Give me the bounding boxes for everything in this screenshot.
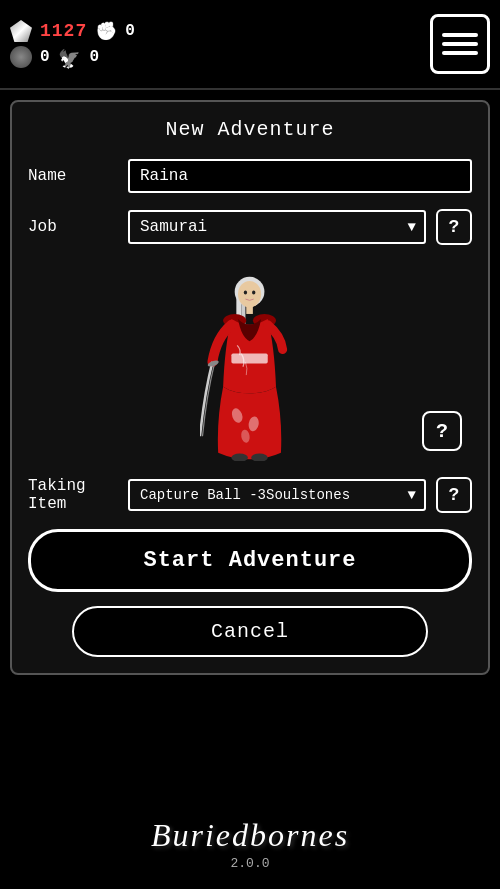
taking-item-select[interactable]: Capture Ball -3Soulstones None Potion -1… [128, 479, 426, 511]
job-select-wrapper: Samurai Warrior Mage Rogue Cleric ▼ [128, 210, 426, 244]
job-label: Job [28, 218, 118, 236]
new-adventure-dialog: New Adventure Name Job Samurai Warrior M… [10, 100, 490, 675]
game-version: 2.0.0 [0, 856, 500, 871]
cancel-button[interactable]: Cancel [72, 606, 427, 657]
hud-row-coin: 0 0 [10, 46, 135, 68]
taking-item-row: Taking Item Capture Ball -3Soulstones No… [28, 477, 472, 513]
hand-icon [95, 20, 117, 42]
taking-item-help-button[interactable]: ? [436, 477, 472, 513]
crystal-count: 1127 [40, 21, 87, 41]
job-row: Job Samurai Warrior Mage Rogue Cleric ▼ … [28, 209, 472, 245]
menu-icon-line3 [442, 51, 478, 55]
svg-rect-9 [232, 354, 268, 364]
hud-bar: 1127 0 0 0 [0, 0, 500, 90]
hand-count: 0 [125, 22, 135, 40]
hud-left-panel: 1127 0 0 0 [10, 20, 135, 68]
menu-button[interactable] [430, 14, 490, 74]
job-select[interactable]: Samurai Warrior Mage Rogue Cleric [128, 210, 426, 244]
coin-icon [10, 46, 32, 68]
name-row: Name [28, 159, 472, 193]
character-sprite [200, 271, 299, 461]
svg-point-5 [252, 290, 255, 294]
job-help-button[interactable]: ? [436, 209, 472, 245]
crystal-icon [10, 20, 32, 42]
taking-item-select-wrapper: Capture Ball -3Soulstones None Potion -1… [128, 479, 426, 511]
start-adventure-button[interactable]: Start Adventure [28, 529, 472, 592]
bird-count: 0 [90, 48, 100, 66]
name-input[interactable] [128, 159, 472, 193]
menu-icon-line1 [442, 33, 478, 37]
taking-item-label: Taking Item [28, 477, 118, 513]
hud-row-crystal: 1127 0 [10, 20, 135, 42]
dialog-title: New Adventure [28, 118, 472, 141]
character-display: ? [28, 261, 472, 461]
svg-rect-6 [247, 306, 254, 314]
game-title: Buriedbornes [0, 817, 500, 854]
coin-count: 0 [40, 48, 50, 66]
name-label: Name [28, 167, 118, 185]
menu-icon-line2 [442, 42, 478, 46]
bird-icon [58, 48, 82, 66]
character-help-button[interactable]: ? [422, 411, 462, 451]
branding-area: Buriedbornes 2.0.0 [0, 817, 500, 871]
svg-point-4 [244, 290, 247, 294]
svg-point-3 [238, 281, 261, 307]
